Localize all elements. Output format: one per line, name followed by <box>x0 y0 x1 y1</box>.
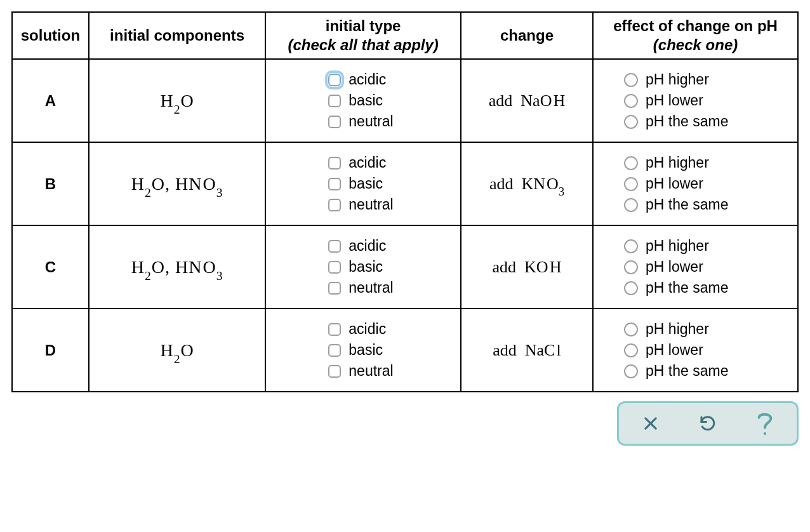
header-components: initial components <box>89 12 266 59</box>
help-button[interactable] <box>754 412 776 435</box>
radio-option: pH higher <box>599 156 792 170</box>
initial-components: H2O <box>89 309 266 392</box>
radio-option: pH the same <box>599 281 792 295</box>
checkbox-label: basic <box>349 343 383 357</box>
checkbox-acidic[interactable] <box>328 74 341 86</box>
radio-option: pH higher <box>599 239 792 253</box>
header-effect: effect of change on pH (check one) <box>593 12 798 59</box>
checkbox-basic[interactable] <box>328 261 341 274</box>
checkbox-label: neutral <box>349 281 393 295</box>
header-effect-main: effect of change on pH <box>613 17 778 34</box>
solution-letter: C <box>12 225 89 309</box>
checkbox-basic[interactable] <box>328 95 341 107</box>
radio-label: pH higher <box>646 156 709 170</box>
checkbox-label: basic <box>349 93 383 108</box>
radio-label: pH lower <box>646 343 703 357</box>
checkbox-acidic[interactable] <box>328 240 341 253</box>
checkbox-label: acidic <box>349 72 386 87</box>
radio-pH-lower[interactable] <box>624 260 638 274</box>
radio-option: pH lower <box>599 176 792 191</box>
checkbox-option: acidic <box>271 72 455 87</box>
change-cell: add KOH <box>461 225 593 309</box>
checkbox-option: basic <box>271 93 455 108</box>
radio-label: pH the same <box>646 281 728 295</box>
checkbox-option: basic <box>271 176 455 191</box>
initial-type-cell: acidicbasicneutral <box>265 309 461 392</box>
effect-cell: pH higherpH lowerpH the same <box>593 142 798 225</box>
toolbar <box>11 401 799 446</box>
radio-pH-higher[interactable] <box>624 156 638 170</box>
radio-pH-the-same[interactable] <box>624 364 638 378</box>
radio-pH-higher[interactable] <box>624 73 638 87</box>
header-change: change <box>461 12 593 59</box>
checkbox-label: basic <box>349 260 383 274</box>
clear-button[interactable] <box>639 412 662 435</box>
radio-option: pH the same <box>599 364 792 378</box>
checkbox-neutral[interactable] <box>328 282 341 295</box>
radio-label: pH lower <box>646 93 703 108</box>
table-row: CH2O, HNO3acidicbasicneutraladd KOHpH hi… <box>12 225 798 309</box>
radio-pH-the-same[interactable] <box>624 281 638 295</box>
checkbox-option: basic <box>271 260 455 274</box>
table-row: BH2O, HNO3acidicbasicneutraladd KNO3pH h… <box>12 142 798 225</box>
radio-pH-lower[interactable] <box>624 94 638 108</box>
effect-cell: pH higherpH lowerpH the same <box>593 59 798 142</box>
radio-pH-lower[interactable] <box>624 343 638 357</box>
checkbox-option: neutral <box>271 197 455 212</box>
header-initial-type-sub: (check all that apply) <box>272 36 454 55</box>
checkbox-basic[interactable] <box>328 344 341 357</box>
change-cell: add NaCl <box>461 309 593 392</box>
checkbox-option: acidic <box>271 239 455 253</box>
checkbox-option: basic <box>271 343 455 357</box>
undo-icon <box>698 414 717 433</box>
initial-type-cell: acidicbasicneutral <box>265 225 461 309</box>
checkbox-basic[interactable] <box>328 178 341 190</box>
radio-pH-the-same[interactable] <box>624 115 638 129</box>
radio-label: pH higher <box>646 72 709 87</box>
solution-letter: B <box>12 142 89 225</box>
question-icon <box>756 411 774 436</box>
checkbox-label: neutral <box>349 364 393 378</box>
checkbox-label: acidic <box>349 239 386 253</box>
header-effect-sub: (check one) <box>600 36 791 55</box>
checkbox-label: neutral <box>349 114 393 129</box>
initial-type-cell: acidicbasicneutral <box>265 142 461 225</box>
radio-pH-higher[interactable] <box>624 239 638 253</box>
x-icon <box>642 415 660 432</box>
radio-option: pH the same <box>599 114 792 129</box>
checkbox-neutral[interactable] <box>328 116 341 128</box>
radio-pH-higher[interactable] <box>624 323 638 336</box>
radio-label: pH the same <box>646 197 728 212</box>
reset-button[interactable] <box>696 412 719 435</box>
table-row: AH2Oacidicbasicneutraladd NaOHpH higherp… <box>12 59 798 142</box>
radio-pH-the-same[interactable] <box>624 198 638 212</box>
radio-option: pH lower <box>599 343 792 357</box>
initial-components: H2O, HNO3 <box>89 225 266 309</box>
svg-point-2 <box>764 432 766 435</box>
radio-label: pH higher <box>646 239 709 253</box>
radio-option: pH lower <box>599 93 792 108</box>
radio-pH-lower[interactable] <box>624 177 638 191</box>
radio-label: pH the same <box>646 364 728 378</box>
checkbox-neutral[interactable] <box>328 199 341 211</box>
checkbox-option: acidic <box>271 156 455 170</box>
checkbox-option: neutral <box>271 364 455 378</box>
header-initial-type-main: initial type <box>326 17 401 34</box>
initial-type-cell: acidicbasicneutral <box>265 59 461 142</box>
change-cell: add NaOH <box>461 59 593 142</box>
table-row: DH2Oacidicbasicneutraladd NaClpH higherp… <box>12 309 798 392</box>
header-solution: solution <box>12 12 89 59</box>
checkbox-acidic[interactable] <box>328 323 341 336</box>
checkbox-neutral[interactable] <box>328 365 341 378</box>
solution-letter: A <box>12 59 89 142</box>
initial-components: H2O <box>89 59 266 142</box>
radio-option: pH lower <box>599 260 792 274</box>
radio-label: pH the same <box>646 114 728 129</box>
initial-components: H2O, HNO3 <box>89 142 266 225</box>
solution-letter: D <box>12 309 89 392</box>
toolbar-box <box>617 401 799 446</box>
checkbox-label: neutral <box>349 197 393 212</box>
radio-label: pH lower <box>646 260 703 274</box>
checkbox-label: acidic <box>349 156 386 170</box>
checkbox-acidic[interactable] <box>328 157 341 170</box>
